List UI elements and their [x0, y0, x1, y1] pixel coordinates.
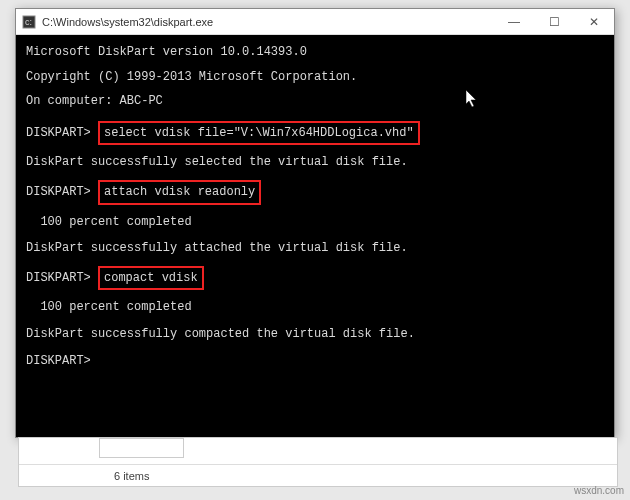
command-highlight-3: compact vdisk	[98, 266, 204, 291]
svg-text:c:: c:	[25, 17, 32, 27]
app-icon: c:	[22, 15, 36, 29]
prompt: DISKPART>	[26, 354, 91, 368]
prompt-line-2: DISKPART> attach vdisk readonly	[26, 180, 604, 205]
item-count: 6 items	[114, 470, 149, 482]
prompt: DISKPART>	[26, 185, 91, 199]
response-1: DiskPart successfully selected the virtu…	[26, 153, 604, 172]
console-window: c: C:\Windows\system32\diskpart.exe — ☐ …	[15, 8, 615, 438]
window-controls: — ☐ ✕	[494, 9, 614, 35]
prompt-line-empty: DISKPART>	[26, 352, 604, 371]
explorer-status-bar: 6 items	[19, 464, 617, 486]
watermark-text: wsxdn.com	[574, 485, 624, 496]
minimize-button[interactable]: —	[494, 9, 534, 35]
copyright-line: Copyright (C) 1999-2013 Microsoft Corpor…	[26, 68, 604, 87]
prompt: DISKPART>	[26, 271, 91, 285]
folder-item[interactable]	[99, 438, 184, 458]
prompt-line-3: DISKPART> compact vdisk	[26, 266, 604, 291]
explorer-window-fragment: 6 items	[18, 437, 618, 487]
version-line: Microsoft DiskPart version 10.0.14393.0	[26, 43, 604, 62]
response-4: 100 percent completed	[26, 298, 604, 317]
prompt: DISKPART>	[26, 126, 91, 140]
response-5: DiskPart successfully compacted the virt…	[26, 325, 604, 344]
window-title: C:\Windows\system32\diskpart.exe	[42, 16, 494, 28]
computer-line: On computer: ABC-PC	[26, 92, 604, 111]
prompt-line-1: DISKPART> select vdisk file="V:\Win7x64H…	[26, 121, 604, 146]
command-highlight-2: attach vdisk readonly	[98, 180, 261, 205]
maximize-button[interactable]: ☐	[534, 9, 574, 35]
response-3: DiskPart successfully attached the virtu…	[26, 239, 604, 258]
terminal-body[interactable]: Microsoft DiskPart version 10.0.14393.0 …	[16, 35, 614, 437]
response-2: 100 percent completed	[26, 213, 604, 232]
titlebar[interactable]: c: C:\Windows\system32\diskpart.exe — ☐ …	[16, 9, 614, 35]
close-button[interactable]: ✕	[574, 9, 614, 35]
command-highlight-1: select vdisk file="V:\Win7x64HDDLogica.v…	[98, 121, 420, 146]
